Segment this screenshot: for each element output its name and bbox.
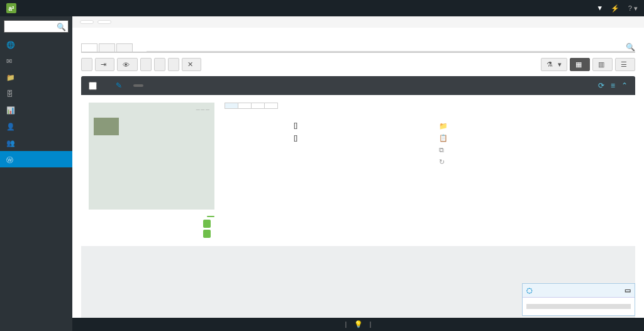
user-block: ▾ bbox=[598, 4, 602, 12]
mail-icon: ✉ bbox=[6, 57, 14, 65]
remove-button[interactable]: ✕ bbox=[182, 58, 201, 71]
collapse-icon[interactable]: ⌃ bbox=[621, 81, 628, 90]
sync-icon[interactable]: ⟳ bbox=[598, 81, 604, 90]
search-icon[interactable]: 🔍 bbox=[57, 23, 66, 31]
nav-statistics[interactable]: 📊 bbox=[0, 102, 72, 118]
filter-button[interactable]: ⚗ ▾ bbox=[541, 58, 567, 71]
users-icon: 👤 bbox=[6, 123, 14, 130]
nav-websites[interactable]: 🌐 bbox=[0, 36, 72, 53]
subtab-plugins[interactable] bbox=[238, 103, 252, 108]
minimize-icon[interactable]: ▭ bbox=[625, 286, 631, 295]
add-label-button[interactable] bbox=[133, 84, 143, 87]
page-title bbox=[72, 28, 644, 38]
nav-mail[interactable]: ✉ bbox=[0, 53, 72, 69]
security-button[interactable] bbox=[154, 58, 165, 71]
copy-icon: 📋 bbox=[439, 134, 448, 142]
brand-logo: a² bbox=[6, 3, 20, 13]
database-icon: 🗄 bbox=[6, 90, 14, 98]
stats-icon: 📊 bbox=[6, 106, 14, 114]
advisor-link[interactable]: ⚡ bbox=[611, 4, 619, 13]
backup-icon: ↻ bbox=[439, 158, 445, 166]
updates-button[interactable] bbox=[140, 58, 152, 71]
import-button[interactable]: ⇥ bbox=[95, 58, 114, 71]
site-preview[interactable]: — — — bbox=[89, 103, 214, 210]
breadcrumb-item[interactable] bbox=[80, 20, 94, 24]
install-button[interactable] bbox=[81, 58, 92, 71]
nav-databases[interactable]: 🗄 bbox=[0, 86, 72, 102]
footer-suggest[interactable]: 💡 bbox=[354, 320, 365, 328]
tab-themes[interactable] bbox=[116, 43, 133, 52]
select-checkbox[interactable] bbox=[89, 82, 97, 90]
username[interactable]: ▾ bbox=[598, 4, 602, 11]
detach-button[interactable] bbox=[168, 58, 179, 71]
wordpress-icon: ⓦ bbox=[6, 155, 14, 163]
nav-users[interactable]: 👤 bbox=[0, 118, 72, 135]
tool-copy[interactable]: 📋 bbox=[439, 132, 628, 144]
subtab-themes[interactable] bbox=[252, 103, 265, 108]
subtab-database[interactable] bbox=[265, 103, 277, 108]
view-tiles[interactable]: ▥ bbox=[592, 58, 613, 71]
nav-files[interactable]: 📁 bbox=[0, 69, 72, 86]
clone-icon: ⧉ bbox=[439, 146, 444, 154]
edit-icon[interactable]: ✎ bbox=[116, 81, 122, 90]
globe-icon: 🌐 bbox=[6, 41, 14, 48]
breadcrumb-item[interactable] bbox=[97, 20, 111, 24]
scan-button[interactable]: 👁 bbox=[117, 58, 138, 71]
preview-image bbox=[94, 118, 119, 135]
content-search[interactable] bbox=[147, 38, 635, 52]
breadcrumb bbox=[72, 16, 644, 28]
tool-clone[interactable]: ⧉ bbox=[439, 144, 628, 156]
view-list[interactable]: ☰ bbox=[615, 58, 635, 71]
folder-icon: 📁 bbox=[439, 122, 448, 130]
view-cards[interactable]: ▦ bbox=[570, 58, 590, 71]
security-badge bbox=[203, 220, 211, 228]
updates-badge bbox=[203, 230, 211, 238]
tab-plugins[interactable] bbox=[99, 43, 115, 52]
folder-icon: 📁 bbox=[6, 74, 14, 81]
footer: | 💡 | bbox=[72, 318, 644, 331]
account-icon: 👥 bbox=[6, 139, 14, 147]
logo-icon: a² bbox=[6, 3, 16, 13]
nav-account[interactable]: 👥 bbox=[0, 135, 72, 151]
menu-icon[interactable]: ≡ bbox=[611, 81, 615, 90]
tool-filemanager[interactable]: 📁 bbox=[439, 120, 628, 132]
progress-bar bbox=[526, 304, 631, 309]
spinner-icon: ◌ bbox=[526, 286, 533, 294]
ssl-badge bbox=[207, 216, 214, 217]
tool-backup[interactable]: ↻ bbox=[439, 156, 628, 168]
task-progress-box: ◌ ▭ bbox=[522, 283, 635, 316]
subtab-info[interactable] bbox=[225, 103, 238, 108]
help-link[interactable]: ? ▾ bbox=[628, 4, 638, 13]
nav-wordpress[interactable]: ⓦ bbox=[0, 151, 72, 167]
